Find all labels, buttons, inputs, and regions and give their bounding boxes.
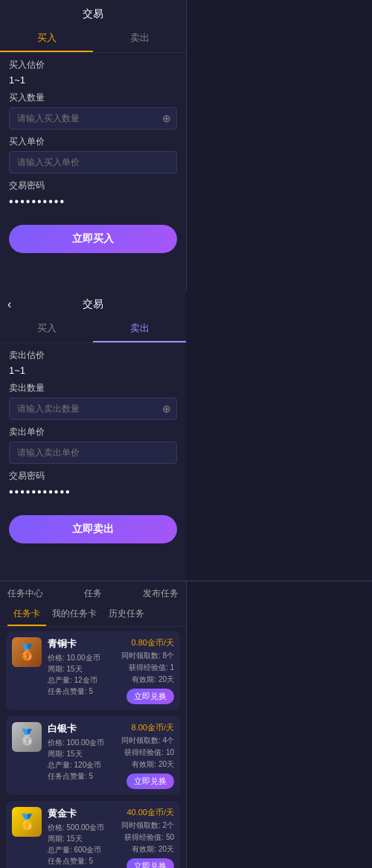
redeem-btn-2[interactable]: 立即兑换 (126, 773, 174, 789)
task-label-left[interactable]: 任务 (84, 587, 102, 600)
back-arrow-sell[interactable]: ‹ (7, 298, 11, 311)
tab-sell-inactive[interactable]: 卖出 (93, 25, 186, 52)
sell-panel-header: ‹ 交易 (0, 290, 186, 316)
card-rate-3: 40.00金币/天 (126, 807, 174, 818)
card-rate-1: 0.80金币/天 (132, 637, 174, 648)
card-right-2: 8.00金币/天 同时领取数: 4个 获得经验值: 10 有效期: 20天 立即… (115, 722, 174, 789)
qty-icon: ⊕ (162, 112, 171, 124)
estimate-value: 1~1 (9, 74, 177, 86)
buy-panel-title: 交易 (83, 7, 103, 21)
sell-price-input-wrap (9, 441, 177, 464)
card-detail-3: 价格: 500.00金币 周期: 15天 总产量: 600金币 任务点赞量: 5 (48, 822, 115, 867)
card-name-3: 黄金卡 (48, 807, 115, 820)
card-stats-2: 同时领取数: 4个 获得经验值: 10 有效期: 20天 (121, 735, 174, 770)
pwd-dots-buy: •••••••••• (9, 195, 177, 208)
pwd-label-sell: 交易密码 (9, 470, 177, 482)
buy-panel: 交易 买入 卖出 买入估价 1~1 买入数量 ⊕ 买入单价 交易密码 •••••… (0, 0, 186, 290)
card-icon-bronze-1: 🥉 (12, 637, 42, 667)
buy-button[interactable]: 立即买入 (9, 225, 177, 253)
qty-label: 买入数量 (9, 92, 177, 104)
redeem-btn-1[interactable]: 立即兑换 (126, 689, 174, 704)
list-item: 🥇 黄金卡 价格: 500.00金币 周期: 15天 总产量: 600金币 任务… (6, 801, 180, 868)
buy-form: 买入估价 1~1 买入数量 ⊕ 买入单价 交易密码 •••••••••• (0, 53, 186, 220)
qty-input[interactable] (9, 107, 177, 130)
task-left-header: 任务中心 任务 发布任务 (0, 581, 186, 603)
publish-task-label-left[interactable]: 发布任务 (143, 587, 179, 600)
card-name-2: 白银卡 (48, 722, 115, 735)
price-input-wrap (9, 151, 177, 173)
price-input[interactable] (9, 151, 177, 173)
card-info-gold: 黄金卡 价格: 500.00金币 周期: 15天 总产量: 600金币 任务点赞… (48, 807, 115, 867)
sell-price-input[interactable] (9, 441, 177, 464)
sell-estimate-value: 1~1 (9, 365, 177, 376)
tab-buy[interactable]: 买入 (0, 25, 93, 52)
card-icon-gold: 🥇 (12, 807, 42, 837)
qty-input-wrap: ⊕ (9, 107, 177, 130)
buy-panel-header: 交易 (0, 0, 186, 25)
card-stats-3: 同时领取数: 2个 获得经验值: 50 有效期: 20天 (121, 820, 174, 855)
card-rate-2: 8.00金币/天 (132, 722, 174, 733)
pwd-dots-sell: ••••••••••• (9, 485, 177, 499)
sell-price-label: 卖出单价 (9, 426, 177, 438)
tab-my-task-card[interactable]: 我的任务卡 (46, 603, 103, 626)
sell-qty-input-wrap: ⊕ (9, 398, 177, 420)
card-icon-silver: 🥈 (12, 722, 42, 752)
sell-qty-icon: ⊕ (162, 403, 171, 415)
estimate-label: 买入估价 (9, 59, 177, 71)
sell-panel-title: 交易 (83, 298, 103, 311)
card-detail-1: 价格: 10.00金币 周期: 15天 总产量: 12金币 任务点赞量: 5 (48, 652, 115, 697)
tab-task-card[interactable]: 任务卡 (7, 603, 46, 626)
sell-qty-label: 卖出数量 (9, 382, 177, 395)
price-label: 买入单价 (9, 135, 177, 148)
tab-sell-active[interactable]: 卖出 (93, 316, 186, 342)
card-stats-1: 同时领取数: 8个 获得经验值: 1 有效期: 20天 (121, 650, 174, 686)
list-item: 🥉 青铜卡 价格: 10.00金币 周期: 15天 总产量: 12金币 任务点赞… (6, 631, 180, 710)
task-card-list: 🥉 青铜卡 价格: 10.00金币 周期: 15天 总产量: 12金币 任务点赞… (0, 627, 186, 868)
sell-form: 卖出估价 1~1 卖出数量 ⊕ 卖出单价 交易密码 ••••••••••• (0, 343, 186, 511)
task-left-tabs: 任务卡 我的任务卡 历史任务 (0, 603, 186, 627)
pwd-label-buy: 交易密码 (9, 179, 177, 192)
sell-panel: ‹ 交易 买入 卖出 卖出估价 1~1 卖出数量 ⊕ 卖出单价 交易密码 •••… (0, 290, 186, 581)
sell-tabs: 买入 卖出 (0, 316, 186, 343)
card-name-1: 青铜卡 (48, 637, 115, 651)
buy-tabs: 买入 卖出 (0, 25, 186, 53)
card-right-1: 0.80金币/天 同时领取数: 8个 获得经验值: 1 有效期: 20天 立即兑… (115, 637, 174, 704)
card-info-silver: 白银卡 价格: 100.00金币 周期: 15天 总产量: 120金币 任务点赞… (48, 722, 115, 782)
sell-qty-input[interactable] (9, 398, 177, 420)
task-left-panel: 任务中心 任务 发布任务 任务卡 我的任务卡 历史任务 🥉 青铜卡 价格: 10… (0, 581, 186, 868)
redeem-btn-3[interactable]: 立即兑换 (126, 858, 174, 868)
sell-button[interactable]: 立即卖出 (9, 515, 177, 543)
card-right-3: 40.00金币/天 同时领取数: 2个 获得经验值: 50 有效期: 20天 立… (115, 807, 174, 868)
task-center-label-left: 任务中心 (7, 587, 43, 600)
card-info-bronze-1: 青铜卡 价格: 10.00金币 周期: 15天 总产量: 12金币 任务点赞量:… (48, 637, 115, 697)
card-detail-2: 价格: 100.00金币 周期: 15天 总产量: 120金币 任务点赞量: 5 (48, 737, 115, 782)
list-item: 🥈 白银卡 价格: 100.00金币 周期: 15天 总产量: 120金币 任务… (6, 716, 180, 795)
tab-history-task[interactable]: 历史任务 (103, 603, 150, 626)
tab-buy-inactive[interactable]: 买入 (0, 316, 93, 342)
sell-estimate-label: 卖出估价 (9, 349, 177, 362)
